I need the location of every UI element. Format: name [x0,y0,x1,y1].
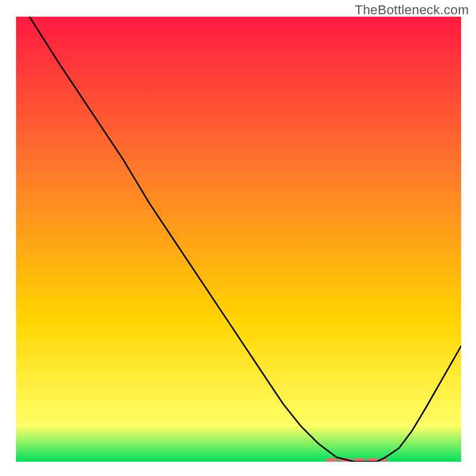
plot-area [16,17,461,462]
gradient-background [16,17,461,462]
attribution-label: TheBottleneck.com [355,2,469,18]
chart-svg [16,17,461,462]
chart-container: TheBottleneck.com [0,0,476,476]
